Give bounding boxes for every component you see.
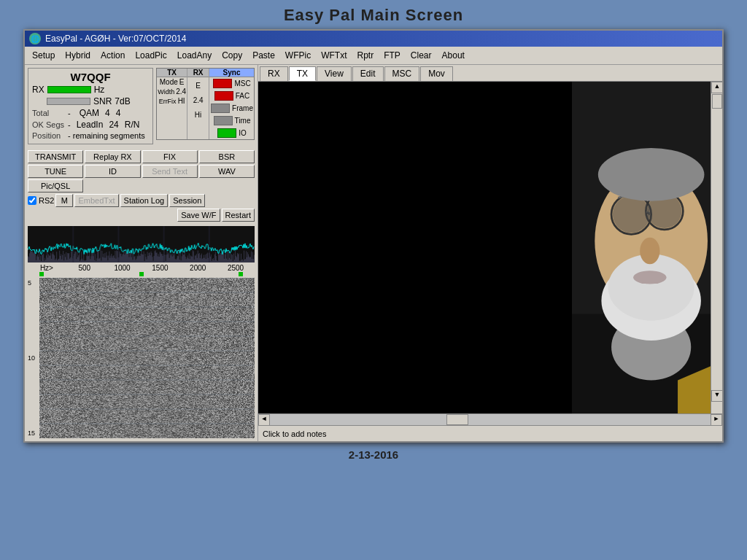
tab-mov[interactable]: Mov [420,66,453,81]
title-bar: 🌐 EasyPal - AGØH - Ver:07/OCT/2014 [25,31,722,47]
scroll-down-btn[interactable]: ▼ [711,390,722,402]
scroll-left-btn[interactable]: ◄ [258,414,270,426]
btn-send-text[interactable]: Send Text [142,165,198,178]
menu-wfpic[interactable]: WFPic [281,49,315,62]
rs2-row: RS2 M EmbedTxt Station Log Session [28,194,255,207]
right-scrollbar[interactable]: ▲ ▼ [711,82,722,413]
io-indicator: IO [216,127,247,139]
mode-tx-row: Mode E [159,77,185,87]
app-window: 🌐 EasyPal - AGØH - Ver:07/OCT/2014 Setup… [23,29,724,443]
svg-point-12 [613,196,650,233]
btn-tune[interactable]: TUNE [28,165,83,178]
time-label: Time [235,117,251,125]
spectrum-area [28,226,255,262]
btn-replay-rx[interactable]: Replay RX [85,150,140,163]
scroll-thumb-h[interactable] [446,414,468,425]
menu-hybrid[interactable]: Hybrid [61,49,95,62]
menu-wftxt[interactable]: WFTxt [317,49,351,62]
marker-2 [139,272,144,276]
errfix-tx-label: ErrFix [159,98,177,105]
tab-edit[interactable]: Edit [352,66,384,81]
btn-pic-qsl[interactable]: Pic/QSL [28,179,83,192]
width-tx-row: Width 2.4 [157,87,187,96]
btn-transmit[interactable]: TRANSMIT [28,150,83,163]
hz-label-1500: 1500 [141,264,179,272]
rx-led [47,86,91,93]
width-rx-val: 2.4 [193,96,204,104]
photo-simulation [572,82,711,413]
menu-copy[interactable]: Copy [217,49,247,62]
errfix-tx-row: ErrFix HI [158,96,186,106]
btn-m[interactable]: M [55,194,73,207]
rs2-checkbox[interactable] [28,196,36,205]
snr-row: SNR 7dB [32,96,149,106]
btn-save-wf[interactable]: Save W/F [177,209,220,222]
msc-indicator: MSC [212,77,251,90]
scroll-thumb-right[interactable] [712,94,722,109]
svg-point-16 [598,148,705,201]
title-bar-text: EasyPal - AGØH - Ver:07/OCT/2014 [45,34,186,44]
slide-title: Easy Pal Main Screen [0,0,747,29]
spectrum-canvas [28,226,255,262]
svg-point-15 [633,271,667,284]
menu-clear[interactable]: Clear [406,49,436,62]
time-indicator: Time [212,114,252,127]
menu-action[interactable]: Action [96,49,129,62]
qam-label: QAM [80,108,99,118]
mode-rx-row: E [195,77,201,92]
marker-1 [39,272,44,276]
freq-markers [39,272,243,276]
tx-header: TX [157,69,187,77]
date-footer: 2-13-2016 [0,443,747,461]
leadin-label: LeadIn [77,120,104,130]
scroll-right-btn[interactable]: ► [711,414,722,426]
menu-loadpic[interactable]: LoadPic [131,49,171,62]
svg-point-14 [640,238,659,264]
rx-hz: Hz [94,85,105,95]
errfix-tx-val: HI [178,97,185,105]
btn-id[interactable]: ID [85,165,140,178]
rs2-checkbox-row: RS2 [28,196,54,205]
btn-restart[interactable]: Restart [222,209,255,222]
scroll-up-btn[interactable]: ▲ [711,82,722,93]
tx-indicator-section: TX Mode E Width 2.4 ErrFix HI [157,69,187,139]
main-content: W7QQF RX Hz SNR 7dB Total - [25,65,722,441]
frame-indicator: Frame [209,102,254,114]
mode-tx-val: E [179,78,185,86]
save-restart-row: Save W/F Restart [28,209,255,222]
menu-setup[interactable]: Setup [28,49,59,62]
menu-loadany[interactable]: LoadAny [173,49,216,62]
menu-bar: Setup Hybrid Action LoadPic LoadAny Copy… [25,47,722,65]
msc-led [213,79,232,88]
tab-view[interactable]: View [317,66,352,81]
snr-val: 7dB [115,96,130,106]
app-icon: 🌐 [29,33,41,44]
menu-about[interactable]: About [438,49,469,62]
menu-ftp[interactable]: FTP [379,49,405,62]
image-area: ▲ ▼ [258,82,722,413]
btn-session[interactable]: Session [169,194,205,207]
btn-station-log[interactable]: Station Log [120,194,169,207]
io-led [217,128,236,138]
menu-paste[interactable]: Paste [248,49,279,62]
btn-embed-txt[interactable]: EmbedTxt [74,194,118,207]
notes-text[interactable]: Click to add notes [263,429,326,438]
qam-val: 4 [105,108,110,118]
rs2-label: RS2 [39,196,54,205]
ok-segs-label: OK Segs [32,120,65,129]
btn-bsr[interactable]: BSR [199,150,255,163]
tab-msc[interactable]: MSC [384,66,420,81]
sync-indicator-section: Sync MSC FAC Frame [209,69,254,139]
right-tabs: RX TX View Edit MSC Mov [258,65,722,82]
tab-tx[interactable]: TX [289,66,316,81]
fac-led [214,91,233,101]
menu-rptr[interactable]: Rptr [353,49,379,62]
tab-rx[interactable]: RX [260,66,288,81]
hz-label-500: 500 [66,264,104,272]
btn-wav[interactable]: WAV [199,165,255,178]
width-rx-row: 2.4 [193,92,204,106]
mode-tx-label: Mode [160,78,178,86]
photo-area [572,82,711,413]
btn-fix[interactable]: FIX [142,150,198,163]
scroll-track-h[interactable] [270,414,711,425]
